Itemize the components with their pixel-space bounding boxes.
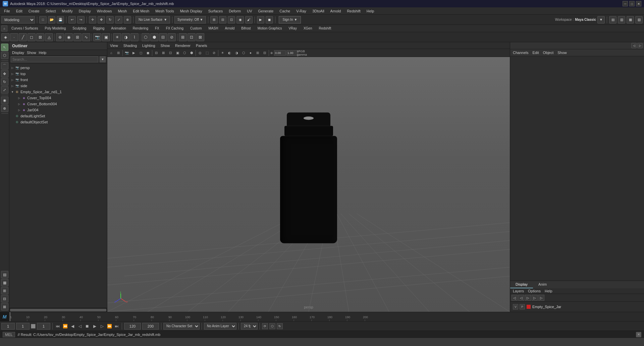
menu-cache[interactable]: Cache xyxy=(277,8,293,14)
deform-icon[interactable]: ⌇ xyxy=(130,33,139,41)
fps-select[interactable]: 24 fps xyxy=(241,323,258,330)
tree-item-front[interactable]: ▷ 📷 front xyxy=(9,77,107,83)
snap-to-grid-icon[interactable]: ⊞ xyxy=(73,33,82,41)
maximize-button[interactable]: □ xyxy=(629,1,635,6)
menu-display[interactable]: Display xyxy=(76,8,94,14)
shelf-tab-redshift[interactable]: Redshift xyxy=(316,26,334,31)
tree-item-cover-top[interactable]: ▷ ◈ Cover_Top004 xyxy=(9,95,107,101)
right-panel-icon-2[interactable]: ▷ xyxy=(637,43,643,48)
scale-tool-button[interactable]: ⤢ xyxy=(115,16,122,23)
step-back-button[interactable]: ⏪ xyxy=(62,323,68,329)
extrude-icon[interactable]: ⬢ xyxy=(150,33,158,41)
lasso-select-tool[interactable]: ⌒ xyxy=(1,62,8,69)
no-anim-layer-select[interactable]: No Anim Layer xyxy=(204,323,236,330)
workspace-dropdown-icon[interactable]: ▼ xyxy=(597,16,605,23)
shelf-tab-motion-graphics[interactable]: Motion Graphics xyxy=(255,26,285,31)
menu-redshift[interactable]: Redshift xyxy=(344,8,363,14)
channels-tab[interactable]: Channels xyxy=(513,51,528,55)
menu-file[interactable]: File xyxy=(1,8,13,14)
play-forward-button[interactable]: ▶ xyxy=(92,323,98,329)
menu-3dtoall[interactable]: 3DtoAll xyxy=(310,8,327,14)
back-frame-button[interactable]: ◀ xyxy=(69,323,75,329)
vp-display-type-4[interactable]: ▣ xyxy=(174,50,181,56)
outliner-show-menu[interactable]: Show xyxy=(27,51,36,55)
insert-loop-icon[interactable]: ⊡ xyxy=(187,33,196,41)
range-start-input-2[interactable] xyxy=(37,323,50,330)
move-tool-left[interactable]: ✥ xyxy=(1,70,8,77)
shelf-tab-rigging[interactable]: Rigging xyxy=(90,26,107,31)
right-panel-icon-1[interactable]: ◁ xyxy=(631,43,637,48)
stop-button[interactable]: ⏹ xyxy=(84,323,90,329)
menu-generate[interactable]: Generate xyxy=(255,8,276,14)
redo-button[interactable]: ↪ xyxy=(77,16,85,23)
scale-tool-left[interactable]: ⤢ xyxy=(1,86,8,94)
vp-lighting-3[interactable]: ◑ xyxy=(233,50,240,56)
shelf-tab-xgen[interactable]: XGen xyxy=(301,26,315,31)
vp-lighting-4[interactable]: ⬡ xyxy=(240,50,247,56)
menu-uv[interactable]: UV xyxy=(244,8,255,14)
sign-in-button[interactable]: Sign In ▼ xyxy=(279,16,301,23)
menu-create[interactable]: Create xyxy=(26,8,42,14)
tree-item-cover-bottom[interactable]: ▷ ◈ Cover_Bottom004 xyxy=(9,101,107,107)
camera-icon[interactable]: 📷 xyxy=(93,33,101,41)
search-input[interactable] xyxy=(11,56,98,62)
soft-select-button[interactable]: ◉ xyxy=(236,16,244,23)
shelf-tab-arnold[interactable]: Arnold xyxy=(222,26,237,31)
light-icon[interactable]: ☀ xyxy=(113,33,121,41)
layer-playback-p[interactable]: P xyxy=(520,304,525,309)
tree-item-empty-spice-jar[interactable]: ▼ ⊞ Empty_Spice_Jar_nd1_1 xyxy=(9,89,107,95)
no-live-surface-button[interactable]: No Live Surface ▼ xyxy=(136,16,170,23)
out-frame-input[interactable] xyxy=(142,323,159,330)
vp-grid-button[interactable]: ⊞ xyxy=(254,50,261,56)
display-tab[interactable]: Display xyxy=(510,281,533,288)
shelf-tab-fx-caching[interactable]: FX Caching xyxy=(163,26,186,31)
snap-curve-button[interactable]: ⊟ xyxy=(219,16,226,23)
shelf-tab-curves-surfaces[interactable]: Curves / Surfaces xyxy=(9,26,41,31)
show-tab[interactable]: Show xyxy=(557,51,567,55)
soft-select-icon[interactable]: ◉ xyxy=(65,33,73,41)
range-end-input[interactable] xyxy=(124,323,141,330)
layer-menu-help[interactable]: Help xyxy=(545,289,552,293)
vp-display-type-3[interactable]: ⊡ xyxy=(167,50,174,56)
outliner-horizontal-scrollbar[interactable] xyxy=(9,308,107,312)
vp-frame-selection-button[interactable]: ⊞ xyxy=(115,50,122,56)
vp-isolate-select-button[interactable]: ◎ xyxy=(197,50,203,56)
mel-label[interactable]: MEL xyxy=(3,332,15,337)
layout-icon-4[interactable]: ⊟ xyxy=(1,295,8,302)
material-icon[interactable]: ◑ xyxy=(122,33,130,41)
vp-hud-button[interactable]: ⊟ xyxy=(261,50,268,56)
anim-tab[interactable]: Anim xyxy=(533,281,552,288)
universal-tool-button[interactable]: ⊕ xyxy=(124,16,131,23)
vp-exposure-input[interactable] xyxy=(274,50,286,56)
outliner-scrollbar-thumb[interactable] xyxy=(10,309,106,311)
shelf-tab-animation[interactable]: Animation xyxy=(108,26,128,31)
edge-mode-icon[interactable]: ╱ xyxy=(19,33,27,41)
menu-windows[interactable]: Windows xyxy=(94,8,115,14)
render-frame-button[interactable]: ▶ xyxy=(257,16,264,23)
layer-control-btn-5[interactable]: ▷ xyxy=(538,295,544,301)
snap-point-button[interactable]: ⊡ xyxy=(228,16,235,23)
go-to-end-button[interactable]: ⏭ xyxy=(114,323,120,329)
layer-control-btn-1[interactable]: ◁ xyxy=(512,295,518,301)
pivot-icon[interactable]: ⊕ xyxy=(56,33,64,41)
layout-btn-2[interactable]: ▥ xyxy=(618,16,625,23)
vp-menu-lighting[interactable]: Lighting xyxy=(141,43,157,48)
show-manipulator-tool[interactable]: ⊕ xyxy=(1,105,8,112)
menu-mesh-tools[interactable]: Mesh Tools xyxy=(153,8,176,14)
bridge-icon[interactable]: ⊟ xyxy=(159,33,167,41)
layout-icon-2[interactable]: ▦ xyxy=(1,279,8,286)
move-tool-button[interactable]: ✥ xyxy=(98,16,105,23)
vp-shader-ball-button[interactable]: ● xyxy=(247,50,254,56)
symmetry-button[interactable]: Symmetry: Off ▼ xyxy=(174,16,206,23)
paint-select-tool[interactable]: ⬡ xyxy=(1,52,8,59)
layout-btn-3[interactable]: ▦ xyxy=(627,16,634,23)
range-start-input[interactable] xyxy=(16,323,30,330)
layer-control-btn-3[interactable]: ▷ xyxy=(525,295,531,301)
vp-shading-option-1[interactable]: ⬚ xyxy=(204,50,210,56)
outliner-help-menu[interactable]: Help xyxy=(39,51,47,55)
vp-menu-show[interactable]: Show xyxy=(159,43,171,48)
menu-surfaces[interactable]: Surfaces xyxy=(206,8,225,14)
select-tool[interactable]: ↖ xyxy=(1,44,8,51)
undo-button[interactable]: ↩ xyxy=(68,16,76,23)
outliner-display-menu[interactable]: Display xyxy=(12,51,24,55)
